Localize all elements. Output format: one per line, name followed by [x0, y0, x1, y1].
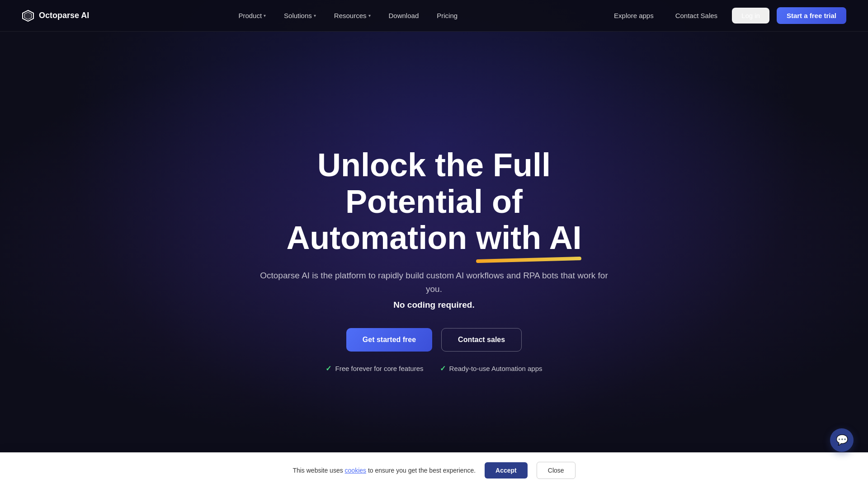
hero-subtitle-bold: No coding required. [258, 300, 610, 310]
svg-marker-1 [24, 12, 32, 19]
contact-sales-link[interactable]: Contact Sales [668, 8, 725, 23]
start-trial-button[interactable]: Start a free trial [777, 7, 846, 24]
chat-widget[interactable]: 💬 [830, 428, 854, 452]
hero-buttons: Get started free Contact sales [258, 328, 610, 352]
checkmark-icon: ✓ [440, 364, 446, 373]
nav-product[interactable]: Product ▾ [231, 8, 273, 23]
hero-check-1: ✓ Free forever for core features [326, 364, 423, 373]
nav-download[interactable]: Download [382, 8, 426, 23]
nav-links: Product ▾ Solutions ▾ Resources ▾ Downlo… [231, 8, 465, 23]
cookie-text: This website uses cookies to ensure you … [292, 467, 476, 474]
get-started-button[interactable]: Get started free [346, 328, 432, 352]
logo-text: Octoparse AI [39, 11, 89, 20]
nav-resources[interactable]: Resources ▾ [327, 8, 378, 23]
nav-pricing[interactable]: Pricing [429, 8, 465, 23]
nav-solutions[interactable]: Solutions ▾ [277, 8, 323, 23]
hero-subtitle: Octoparse AI is the platform to rapidly … [258, 269, 610, 296]
cookie-accept-button[interactable]: Accept [485, 462, 528, 479]
chevron-down-icon: ▾ [368, 13, 371, 18]
chevron-down-icon: ▾ [264, 13, 266, 18]
hero-check-2: ✓ Ready-to-use Automation apps [440, 364, 542, 373]
chat-icon: 💬 [836, 434, 848, 446]
contact-sales-button[interactable]: Contact sales [441, 328, 522, 352]
logo[interactable]: Octoparse AI [22, 9, 89, 22]
logo-icon [22, 9, 34, 22]
hero-title: Unlock the Full Potential of Automation … [258, 147, 610, 256]
hero-content: Unlock the Full Potential of Automation … [258, 147, 610, 373]
cookie-link[interactable]: cookies [345, 467, 366, 474]
checkmark-icon: ✓ [326, 364, 331, 373]
chevron-down-icon: ▾ [314, 13, 316, 18]
hero-feature-checks: ✓ Free forever for core features ✓ Ready… [258, 364, 610, 373]
hero-section: Unlock the Full Potential of Automation … [0, 0, 868, 488]
cookie-close-button[interactable]: Close [537, 462, 576, 479]
nav-actions: Explore apps Contact Sales Log in Start … [607, 7, 846, 24]
login-button[interactable]: Log in [732, 8, 769, 23]
cookie-banner: This website uses cookies to ensure you … [0, 452, 868, 488]
explore-apps-link[interactable]: Explore apps [607, 8, 661, 23]
navigation: Octoparse AI Product ▾ Solutions ▾ Resou… [0, 0, 868, 32]
hero-title-highlight: with AI [476, 220, 581, 256]
